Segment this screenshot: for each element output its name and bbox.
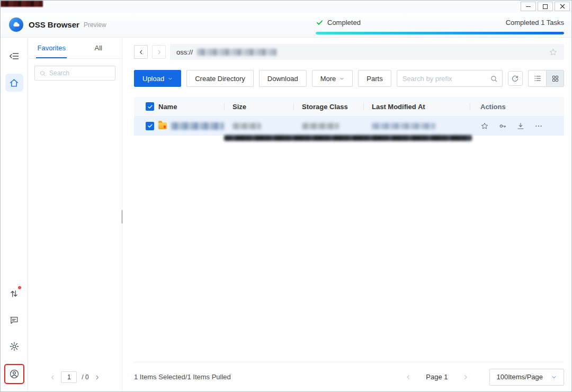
transfer-tasks-button[interactable]	[5, 284, 23, 302]
gear-icon	[9, 341, 20, 352]
table-row[interactable]	[134, 116, 564, 136]
redacted-bucket-name	[197, 49, 276, 56]
tab-all[interactable]: All	[75, 38, 122, 58]
row-download-button[interactable]	[516, 122, 525, 130]
back-button[interactable]	[134, 45, 148, 59]
key-icon	[498, 122, 507, 130]
next-page-button[interactable]	[94, 374, 101, 381]
list-view-icon	[533, 74, 542, 83]
page-total-label: / 0	[82, 373, 88, 381]
row-more-button[interactable]	[534, 122, 543, 130]
home-icon	[9, 78, 19, 88]
grid-view-icon	[551, 75, 559, 83]
parts-button[interactable]: Parts	[358, 70, 391, 87]
column-header-size[interactable]: Size	[224, 97, 293, 116]
check-icon	[316, 19, 324, 26]
close-icon	[560, 4, 565, 9]
task-progress-bar	[316, 32, 564, 34]
sidebar-search-box	[34, 66, 115, 81]
message-icon	[9, 315, 19, 325]
forward-button[interactable]	[152, 45, 166, 59]
settings-button[interactable]	[5, 337, 23, 355]
sidebar: Favorites All / 0	[28, 38, 122, 391]
chevron-right-icon	[94, 374, 101, 381]
chevron-left-icon	[138, 49, 145, 56]
chevron-right-icon	[462, 373, 469, 381]
create-directory-button[interactable]: Create Directory	[186, 70, 254, 87]
select-all-checkbox[interactable]	[146, 102, 154, 111]
column-header-actions: Actions	[470, 97, 564, 116]
home-nav-button[interactable]	[5, 74, 23, 92]
column-header-last-modified[interactable]: Last Modified At	[363, 97, 470, 116]
search-icon	[490, 75, 498, 83]
prev-page-button[interactable]	[405, 373, 412, 381]
minimize-icon	[526, 6, 531, 7]
redacted-file-name	[171, 122, 224, 130]
titlebar	[1, 1, 571, 12]
account-button[interactable]	[4, 364, 24, 384]
sidebar-pagination: / 0	[28, 371, 122, 383]
prefix-search-button[interactable]	[486, 70, 502, 86]
download-button[interactable]: Download	[259, 70, 307, 87]
app-header: OSS Browser Preview Completed Completed …	[1, 12, 571, 38]
table-header: Name Size Storage Class Last Modified At…	[134, 97, 564, 116]
path-protocol: oss://	[176, 48, 193, 56]
prev-page-button[interactable]	[49, 374, 56, 381]
refresh-icon	[511, 75, 519, 83]
more-button-label: More	[320, 75, 336, 83]
download-button-label: Download	[267, 75, 298, 83]
maximize-button[interactable]	[538, 2, 553, 11]
parts-button-label: Parts	[367, 75, 382, 83]
row-favorite-button[interactable]	[480, 122, 489, 130]
download-icon	[516, 122, 525, 130]
sidebar-search-input[interactable]	[49, 69, 111, 77]
chevron-down-icon	[339, 76, 344, 81]
address-bar[interactable]: oss://	[170, 44, 564, 60]
minimize-button[interactable]	[521, 2, 536, 11]
favorite-path-button[interactable]	[549, 48, 558, 57]
app-title: OSS Browser	[29, 20, 79, 29]
maximize-icon	[543, 4, 548, 9]
star-icon	[480, 122, 489, 130]
chevron-down-icon	[551, 375, 557, 380]
page-label: Page 1	[426, 373, 448, 381]
footer-pagination: Page 1 100Items/Page	[405, 369, 564, 386]
page-size-label: 100Items/Page	[497, 373, 543, 381]
task-status-label: Completed	[327, 19, 361, 26]
app-window: OSS Browser Preview Completed Completed …	[0, 0, 572, 392]
ellipsis-icon	[534, 122, 543, 130]
more-button[interactable]: More	[312, 70, 353, 87]
upload-button[interactable]: Upload	[134, 70, 181, 87]
prefix-search-input[interactable]	[397, 75, 486, 83]
grid-view-button[interactable]	[546, 70, 564, 86]
column-header-storage-class[interactable]: Storage Class	[293, 97, 363, 116]
search-icon	[39, 70, 46, 77]
app-logo-icon	[9, 17, 23, 32]
row-checkbox[interactable]	[146, 122, 154, 130]
view-toggle	[528, 70, 564, 87]
page-size-select[interactable]: 100Items/Page	[489, 369, 564, 386]
upload-button-label: Upload	[142, 75, 164, 83]
collapse-icon	[9, 51, 20, 61]
page-number-input[interactable]	[61, 371, 77, 383]
sidebar-tabs: Favorites All	[28, 38, 122, 59]
redacted-overlay	[224, 135, 472, 141]
redacted-file-size	[233, 123, 261, 129]
chevron-right-icon	[156, 49, 163, 56]
redacted-storage-class	[302, 123, 339, 129]
row-acl-button[interactable]	[498, 122, 507, 130]
feedback-button[interactable]	[5, 311, 23, 329]
tasks-completed-label[interactable]: Completed 1 Tasks	[506, 19, 564, 26]
column-header-name[interactable]: Name	[156, 97, 224, 116]
task-progress-fill	[316, 32, 564, 34]
star-icon	[549, 48, 558, 57]
collapse-sidebar-button[interactable]	[5, 47, 23, 65]
refresh-button[interactable]	[508, 71, 523, 86]
list-view-button[interactable]	[529, 70, 546, 86]
prefix-search-box	[397, 70, 503, 87]
icon-rail	[1, 38, 28, 391]
next-page-button[interactable]	[462, 373, 469, 381]
selection-summary: 1 Items Selected/1 Items Pulled	[134, 373, 231, 381]
tab-favorites[interactable]: Favorites	[28, 38, 75, 58]
close-button[interactable]	[555, 2, 570, 11]
